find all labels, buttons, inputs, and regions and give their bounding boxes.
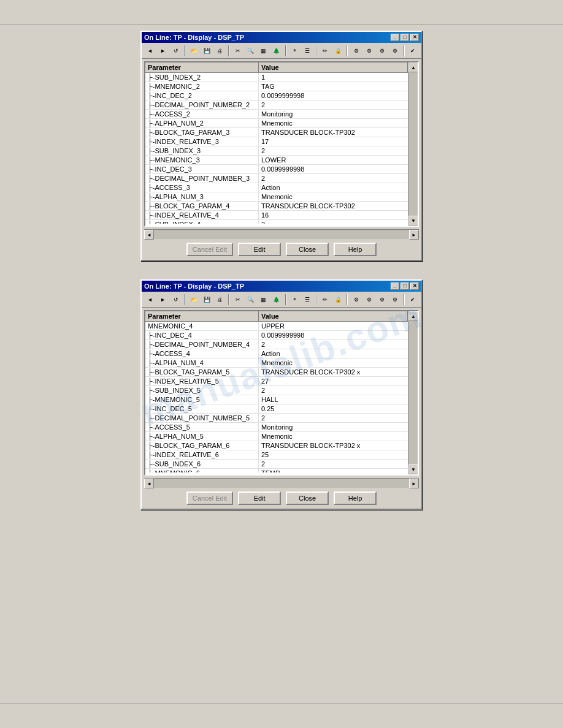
refresh-btn-1[interactable]: ↺ [170,45,182,57]
search-btn-1[interactable]: 🔍 [245,45,256,57]
save-btn-2[interactable]: 💾 [201,294,213,306]
table-row[interactable]: ├-ALPHA_NUM_2Mnemonic [145,119,408,128]
scroll-right-1[interactable]: ► [409,230,419,240]
edit-btn-1[interactable]: Edit [238,243,281,256]
table-row[interactable]: ├-MNEMONIC_3LOWER [145,156,408,165]
table-row[interactable]: ├-INC_DEC_50.25 [145,404,408,414]
check-btn-2[interactable]: ✔ [407,294,419,306]
table-row[interactable]: ├-INC_DEC_30.0099999998 [145,165,408,174]
close-btn-1[interactable]: Close [286,243,329,256]
cfg1-btn-2[interactable]: ⚙ [350,294,362,306]
table-row[interactable]: ├-INDEX_RELATIVE_317 [145,137,408,146]
scroll-left-2[interactable]: ◄ [144,479,154,488]
scroll-down-1[interactable]: ▼ [408,216,418,226]
close-button-1[interactable]: ✕ [410,34,419,41]
edit-btn-2[interactable]: Edit [238,491,281,505]
maximize-button-2[interactable]: □ [400,282,409,290]
table-row[interactable]: ├-SUB_INDEX_42 [145,220,408,224]
scroll-h-track-1[interactable] [154,230,409,239]
scroll-track-2[interactable] [408,321,418,464]
help-btn-1[interactable]: Help [334,243,377,256]
table-row[interactable]: ├-SUB_INDEX_62 [145,460,408,469]
table-row[interactable]: ├-BLOCK_TAG_PARAM_4TRANSDUCER BLOCK-TP30… [145,202,408,211]
scroll-track-1[interactable] [408,72,418,216]
refresh-btn-2[interactable]: ↺ [170,294,182,306]
tag-btn-1[interactable]: ⌖ [289,45,301,57]
forward-btn-2[interactable]: ► [157,294,169,306]
table-row[interactable]: ├-INC_DEC_20.0099999998 [145,91,408,100]
check-btn-1[interactable]: ✔ [407,45,419,57]
tag-btn-2[interactable]: ⌖ [289,294,301,306]
table-row[interactable]: ├-MNEMONIC_2TAG [145,82,408,91]
lock-btn-2[interactable]: 🔒 [332,294,344,306]
table-body-1[interactable]: ├-SUB_INDEX_21├-MNEMONIC_2TAG├-INC_DEC_2… [145,73,408,224]
table-row[interactable]: ├-BLOCK_TAG_PARAM_3TRANSDUCER BLOCK-TP30… [145,128,408,137]
table-row[interactable]: ├-MNEMONIC_6TEMP [145,469,408,472]
close-button-2[interactable]: ✕ [410,282,419,290]
search-btn-2[interactable]: 🔍 [245,294,256,306]
scrollbar-v-1[interactable]: ▲ ▼ [408,63,418,226]
cut-btn-2[interactable]: ✂ [232,294,243,306]
maximize-button-1[interactable]: □ [400,34,409,41]
table-row[interactable]: ├-MNEMONIC_5HALL [145,395,408,404]
table-row[interactable]: ├-BLOCK_TAG_PARAM_5TRANSDUCER BLOCK-TP30… [145,368,408,377]
table-body-2[interactable]: MNEMONIC_4UPPER├-INC_DEC_40.0099999998├-… [145,322,408,472]
cfg2-btn-2[interactable]: ⚙ [363,294,375,306]
scroll-down-2[interactable]: ▼ [408,464,418,474]
save-btn-1[interactable]: 💾 [201,45,213,57]
back-btn-1[interactable]: ◄ [144,45,156,57]
help-btn-2[interactable]: Help [334,491,377,505]
close-btn-2[interactable]: Close [286,491,329,505]
table-row[interactable]: ├-ALPHA_NUM_5Mnemonic [145,432,408,441]
table-row[interactable]: ├-DECIMAL_POINT_NUMBER_42 [145,340,408,349]
table-row[interactable]: ├-DECIMAL_POINT_NUMBER_52 [145,414,408,423]
table-row[interactable]: ├-ACCESS_2Monitoring [145,110,408,119]
cut-btn-1[interactable]: ✂ [232,45,243,57]
cfg2-btn-1[interactable]: ⚙ [363,45,375,57]
table-row[interactable]: ├-INDEX_RELATIVE_527 [145,377,408,386]
table-row[interactable]: ├-BLOCK_TAG_PARAM_6TRANSDUCER BLOCK-TP30… [145,441,408,450]
lock-btn-1[interactable]: 🔒 [332,45,344,57]
table-row[interactable]: ├-SUB_INDEX_32 [145,146,408,156]
open-btn-2[interactable]: 📂 [188,294,199,306]
list-btn-2[interactable]: ☰ [302,294,313,306]
table-row[interactable]: ├-ACCESS_3Action [145,183,408,192]
scrollbar-v-2[interactable]: ▲ ▼ [408,311,418,474]
table-row[interactable]: ├-ALPHA_NUM_4Mnemonic [145,358,408,368]
table-row[interactable]: ├-INDEX_RELATIVE_625 [145,450,408,460]
table-row[interactable]: ├-ACCESS_5Monitoring [145,423,408,432]
print-btn-1[interactable]: 🖨 [214,45,226,57]
edit2-btn-2[interactable]: ✏ [320,294,331,306]
table-row[interactable]: ├-SUB_INDEX_52 [145,386,408,395]
scroll-up-1[interactable]: ▲ [408,63,418,72]
scrollbar-h-1[interactable]: ◄ ► [144,229,419,239]
list-btn-1[interactable]: ☰ [302,45,313,57]
table-row[interactable]: ├-ALPHA_NUM_3Mnemonic [145,192,408,202]
cfg1-btn-1[interactable]: ⚙ [350,45,362,57]
forward-btn-1[interactable]: ► [157,45,169,57]
table-row[interactable]: ├-SUB_INDEX_21 [145,73,408,82]
table-row[interactable]: ├-INDEX_RELATIVE_416 [145,211,408,220]
cfg4-btn-1[interactable]: ⚙ [389,45,401,57]
minimize-button-1[interactable]: _ [391,34,399,41]
cfg3-btn-1[interactable]: ⚙ [377,45,388,57]
table-row[interactable]: ├-DECIMAL_POINT_NUMBER_22 [145,100,408,110]
scroll-left-1[interactable]: ◄ [144,230,154,240]
back-btn-2[interactable]: ◄ [144,294,156,306]
scroll-right-2[interactable]: ► [409,479,419,488]
edit2-btn-1[interactable]: ✏ [320,45,331,57]
cfg4-btn-2[interactable]: ⚙ [389,294,401,306]
view-btn-1[interactable]: ▦ [258,45,269,57]
table-row[interactable]: ├-DECIMAL_POINT_NUMBER_32 [145,174,408,183]
open-btn-1[interactable]: 📂 [188,45,199,57]
table-row[interactable]: MNEMONIC_4UPPER [145,322,408,331]
scrollbar-h-2[interactable]: ◄ ► [144,478,419,488]
table-row[interactable]: ├-ACCESS_4Action [145,349,408,358]
cancel-edit-btn-1[interactable]: Cancel Edit [186,243,233,256]
scroll-up-2[interactable]: ▲ [408,311,418,321]
tree-btn-1[interactable]: 🌲 [270,45,282,57]
view-btn-2[interactable]: ▦ [258,294,269,306]
print-btn-2[interactable]: 🖨 [214,294,226,306]
table-row[interactable]: ├-INC_DEC_40.0099999998 [145,331,408,340]
tree-btn-2[interactable]: 🌲 [270,294,282,306]
